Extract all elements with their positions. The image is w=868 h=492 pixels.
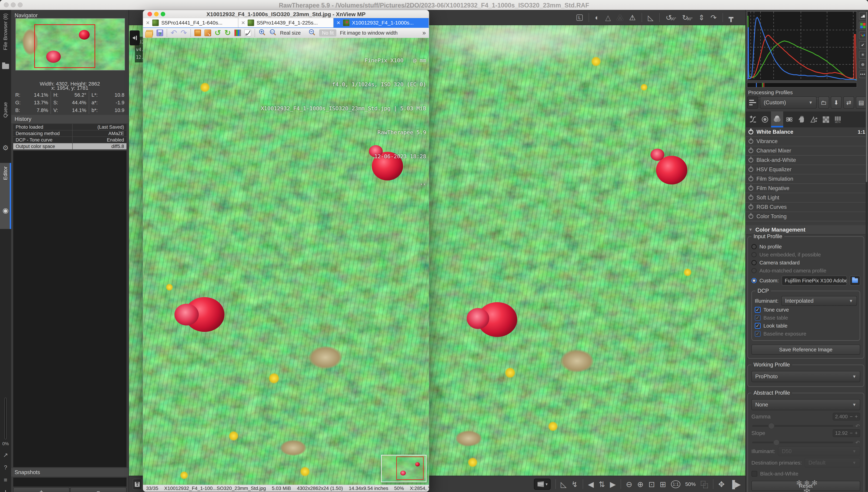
more-tools-chevron[interactable]: » [422,29,426,36]
tool-channel-mixer[interactable]: Channel Mixer [746,146,868,155]
snapshots-list[interactable] [13,477,127,487]
highlight-warning-icon[interactable]: ⚠ [629,14,636,22]
power-icon[interactable] [748,214,753,219]
shadow-clip-icon[interactable]: △ [605,14,611,22]
soft-proofing-button[interactable]: ▾ [534,478,551,490]
browse-icon[interactable] [146,30,153,35]
close-tab-icon[interactable]: ✕ [241,20,245,26]
real-size-label[interactable]: Real size [280,30,301,36]
save-reference-image-button[interactable]: Save Reference Image [752,345,860,355]
tool-soft-light[interactable]: Soft Light [746,193,868,202]
redo-icon[interactable]: ↷ [181,29,187,36]
processing-profile-select[interactable]: (Custom)▼ [760,97,817,109]
add-snapshot-button[interactable]: + [13,487,70,492]
lock-L-badge[interactable]: L [576,15,583,21]
radio-camera-standard[interactable]: Camera standard [752,259,860,267]
close-tab-icon[interactable]: ✕ [146,20,150,26]
swap-view-icon[interactable]: ⇅ [599,480,605,489]
tab-locallab[interactable] [795,112,808,127]
collapse-left-panel-button[interactable] [130,30,140,45]
history-row-selected[interactable]: Output color spacediff5.8 [13,143,127,150]
abstract-profile-select[interactable]: None▼ [752,399,860,410]
tool-film-negative[interactable]: Film Negative [746,184,868,193]
xnview-titlebar[interactable]: X10012932_F4_1-1000s_ISO320_23mm_Std.jpg… [143,10,429,18]
tool-black-and-white[interactable]: Black-and-White [746,155,868,165]
prev-image-icon[interactable]: ◀ [588,480,594,489]
curves-icon[interactable] [244,29,251,36]
fit-crop-icon[interactable]: ⊞ [660,480,666,489]
tab-color-selected[interactable] [771,112,783,127]
zoom-in-icon[interactable]: ⊕ [637,480,643,489]
no-fit-button[interactable]: No fit [319,29,337,36]
load-profile-button[interactable]: 🗀 [818,97,829,109]
save-icon[interactable] [157,29,163,36]
tool-white-balance[interactable]: White Balance1:1 [746,127,868,137]
tab-file-browser[interactable]: File Browser (8) [2,14,8,50]
slope-value[interactable]: 12.92−+ [833,429,860,437]
navigator-crop-rect[interactable] [34,24,95,68]
tool-hsv-equalizer[interactable]: HSV Equalizer [746,165,868,174]
pan-icon[interactable]: ✛ [0,489,11,492]
crop-icon[interactable] [194,29,201,36]
zoom-in-icon[interactable] [259,29,266,37]
histogram[interactable] [747,11,857,81]
fullscreen-icon[interactable]: ✥ [718,480,725,489]
check-look-table[interactable]: Look table [755,322,857,330]
tool-film-simulation[interactable]: Film Simulation [746,174,868,184]
zoom-real-size-icon[interactable]: 1:1 [269,29,277,37]
new-window-icon[interactable]: ⿻ [701,478,708,490]
gamut-check-icon[interactable]: ◺ [561,480,567,489]
fit-width-label[interactable]: Fit image to window width [340,30,397,36]
tab-transform[interactable] [808,112,820,127]
minimap-overlay[interactable] [381,455,426,482]
rotate-right-90-icon[interactable]: ↻90° [682,14,692,22]
sliders-icon[interactable]: ≡ [0,476,11,483]
history-row[interactable]: Photo loaded(Last Saved) [13,124,127,130]
delete-snapshot-button[interactable]: − [70,487,127,492]
radio-custom[interactable]: Custom: Fujifilm FinePix X100 Adobe Stan… [752,276,860,286]
image-tab-2[interactable]: ✕S5Pro14439_F4_1-225s... [238,18,334,27]
fit-screen-icon[interactable]: ⊡ [649,480,655,489]
check-tone-curve[interactable]: Tone curve [755,306,857,314]
browse-profile-button[interactable] [850,276,860,286]
save-profile-button[interactable]: ⬇ [831,97,842,109]
gamma-value[interactable]: 2.400−+ [833,413,860,421]
straighten-icon[interactable]: ◺ [648,14,653,22]
tab-queue[interactable]: Queue [2,102,8,118]
before-after-icon[interactable]: ◐ [595,14,599,22]
rotate-right-icon[interactable]: ↻ [225,29,231,36]
tool-vibrance[interactable]: Vibrance [746,137,868,146]
rotate-left-icon[interactable]: ↺ [215,29,221,36]
copy-profile-button[interactable]: ⇄ [843,97,854,109]
zoom-100-icon[interactable]: 1:1 [671,481,680,488]
power-icon[interactable] [748,176,753,181]
image-tab-3-active[interactable]: ✕X10012932_F4_1-1000s... [334,18,429,27]
save-image-button[interactable] [133,479,142,490]
right-panel-scrollbar[interactable] [866,10,868,491]
color-management-header[interactable]: ▼ Color Management [746,225,868,235]
power-icon[interactable] [748,186,753,191]
softproof-warn-icon[interactable]: ↯ [572,480,578,489]
undo-icon[interactable]: ↶ [170,29,177,36]
history-row[interactable]: DCP - Tone curveEnabled [13,137,127,143]
power-icon[interactable] [748,205,753,210]
power-icon[interactable] [748,148,753,153]
tab-detail[interactable] [759,112,771,127]
custom-profile-path[interactable]: Fujifilm FinePix X100 Adobe Standard.dcp [782,276,847,286]
colorpicker-icon[interactable]: ┳ [729,14,733,22]
paste-profile-button[interactable]: ▤ [856,97,867,109]
tab-exposure[interactable] [747,112,759,127]
power-icon[interactable] [748,139,753,144]
history-row[interactable]: Demosaicing methodAMaZE [13,130,127,137]
illuminant-select[interactable]: Interpolated▼ [781,296,857,306]
gamma-slider[interactable]: ↶ [752,425,853,427]
power-icon[interactable] [748,129,753,134]
image-tab-1[interactable]: ✕S5Pro14441_F4_1-640s... [143,18,238,27]
resize-icon[interactable] [205,29,211,36]
xnview-image[interactable]: FinePix X100 @ mm f4.0, 1/1024s, ISO 320… [143,38,429,485]
tool-rgb-curves[interactable]: RGB Curves [746,202,868,212]
shadow-warning-icon[interactable]: ⚠ [617,14,623,22]
power-icon[interactable] [748,158,753,163]
help-icon[interactable]: ? [0,464,11,471]
zoom-out-icon[interactable] [308,29,316,37]
